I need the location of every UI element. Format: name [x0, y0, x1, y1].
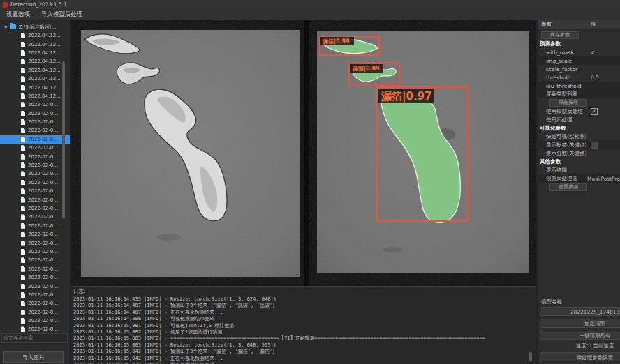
param-row[interactable]: 显示分数(关键点)	[538, 149, 620, 158]
tree-item[interactable]: 2022-02-0...	[0, 118, 70, 126]
param-row[interactable]: 屏蔽类型列表	[538, 90, 620, 98]
tree-item[interactable]: 2022-02-0...	[0, 161, 70, 169]
tree-item[interactable]: 2022-02-0...	[0, 291, 70, 299]
param-label: 使用模型后处理	[538, 108, 591, 115]
tree-item-label: 2022-02-0...	[28, 111, 58, 116]
log-line: 2023-01-11 16:16:15,002 |INFO| - 使用了1张图片…	[73, 329, 536, 335]
tree-item-label: 2022-02-0...	[28, 180, 58, 185]
tree-item[interactable]: 2022-02-0...	[0, 273, 70, 282]
tree-item[interactable]: 2022-02-0...	[0, 187, 70, 195]
source-image	[71, 20, 304, 286]
tree-item[interactable]: 2022-02-0...	[0, 265, 70, 273]
menu-bar: 设置选项导入模型后处理	[0, 9, 620, 20]
param-row[interactable]: scale_factor	[538, 65, 620, 73]
tree-scrollbar[interactable]	[62, 61, 65, 218]
tree-item[interactable]: 2022-02-0...	[0, 213, 70, 221]
tree-item[interactable]: 2022.04.12...	[0, 75, 70, 83]
tree-item[interactable]: 2022-02-0...	[0, 126, 70, 135]
file-icon	[21, 188, 25, 194]
tree-item[interactable]: 2022-02-0...	[0, 144, 70, 152]
source-image-panel[interactable]	[71, 20, 304, 286]
tree-item-label: 2022-02-0...	[28, 241, 58, 246]
tree-item[interactable]: 2022.04.12...	[0, 57, 70, 66]
tree-item[interactable]: 2022-02-0...	[0, 135, 70, 144]
file-icon	[21, 275, 25, 280]
checkbox-unchecked-icon[interactable]: ✓	[591, 142, 598, 149]
tree-item-label: 2022.04.12...	[28, 68, 61, 73]
detection-label-text: 漏箔|0.99	[322, 38, 350, 45]
menu-item[interactable]: 设置选项	[6, 10, 30, 19]
tree-item[interactable]: 2022-02-0...	[0, 299, 70, 308]
tree-item[interactable]: 2022-02-0...	[0, 325, 70, 333]
param-label: 显示标签(关键点)	[538, 142, 591, 149]
tree-item[interactable]: 2022-02-0...	[0, 179, 70, 187]
log-title: 日志:	[73, 288, 536, 295]
param-action-button[interactable]: 屏蔽按钮	[549, 99, 587, 107]
tree-item[interactable]: 2022.04.12...	[0, 31, 70, 40]
param-table-header: 参数 值	[538, 20, 620, 30]
tree-item[interactable]: 2022-02-0...	[0, 109, 70, 118]
prediction-image-panel[interactable]: 漏箔|0.99漏箔|0.89漏箔|0.97	[309, 20, 539, 286]
tree-item[interactable]: 2022-02-0...	[0, 282, 70, 290]
param-action-button[interactable]: 重新预测	[549, 183, 587, 191]
import-images-button[interactable]: 导入图片	[3, 351, 64, 363]
tree-item[interactable]: 2022.04.12...	[0, 49, 70, 57]
log-line: 2023-01-11 16:16:14,487 |INFO| - 预测出了3个结…	[73, 303, 536, 309]
menu-item[interactable]: 导入模型后处理	[41, 10, 83, 19]
checkbox-checked-icon[interactable]: ✓	[591, 108, 598, 115]
tree-item[interactable]: 2022-02-0...	[0, 195, 70, 204]
file-icon	[21, 162, 25, 168]
file-tree[interactable]: ▼ Z:/5-标注数据/... 2022.04.12...2022.04.12.…	[0, 22, 70, 338]
param-row[interactable]: 显示终端	[538, 166, 620, 174]
predict-all-button[interactable]: 一键预测所有	[540, 331, 620, 340]
param-row[interactable]: iou_threshold	[538, 82, 620, 90]
tree-item[interactable]: 2022-02-0...	[0, 248, 70, 256]
tree-item[interactable]: 2022-02-0...	[0, 317, 70, 325]
chevron-down-icon[interactable]: ▼	[4, 24, 8, 29]
param-row[interactable]: 显示标签(关键点)✓	[538, 141, 620, 149]
param-row[interactable]: 快速可视化(检测)	[538, 132, 620, 141]
tree-item[interactable]: 2022-02-0...	[0, 152, 70, 160]
param-value: ✓	[591, 142, 620, 149]
tree-item[interactable]: 2022-02-0...	[0, 169, 70, 178]
tree-item[interactable]: 2022.04.12...	[0, 66, 70, 75]
search-input[interactable]	[1, 333, 68, 343]
file-icon	[21, 102, 25, 107]
tree-item[interactable]: 2022-02-0...	[0, 204, 70, 213]
param-row[interactable]: 使用后处理	[538, 116, 620, 124]
log-line: 2023-01-11 16:16:15,003 |INFO| - =======…	[73, 335, 536, 342]
tree-item[interactable]: 2022-02-0...	[0, 308, 70, 317]
check-icon: ✓	[591, 50, 596, 56]
tree-item-label: 2022-02-0...	[28, 206, 58, 211]
param-label: 模型后处理器	[538, 175, 587, 182]
param-label: threshold	[538, 75, 591, 81]
file-icon	[21, 326, 25, 332]
tree-item[interactable]: 2022.04.12...	[0, 92, 70, 100]
tree-item[interactable]: 2022-02-0...	[0, 222, 70, 230]
tree-root-node[interactable]: ▼ Z:/5-标注数据/...	[0, 22, 70, 31]
postprocess-params-button[interactable]: 后处理参数设置	[540, 352, 620, 361]
tree-item[interactable]: 2022-02-0...	[0, 100, 70, 109]
detection-label-text: 漏箔|0.97	[381, 90, 432, 103]
param-row[interactable]: 使用模型后处理✓	[538, 107, 620, 116]
tree-item-label: 2022-02-0...	[28, 223, 58, 229]
log-scrollbar[interactable]	[529, 352, 532, 361]
log-line: 2023-01-11 16:16:15,042 |INFO| - 预测出了3个结…	[73, 349, 536, 355]
param-row[interactable]: img_scale	[538, 56, 620, 65]
param-row[interactable]: with_mask✓	[538, 48, 620, 56]
tree-item[interactable]: 2022.04.12...	[0, 40, 70, 48]
param-row[interactable]: 模型后处理器MaskPostPro	[538, 174, 620, 183]
tree-item[interactable]: 2022-02-0...	[0, 230, 70, 238]
tree-item[interactable]: 2022-02-0...	[0, 238, 70, 247]
tree-item-label: 2022-02-0...	[28, 119, 58, 125]
load-model-button[interactable]: 加载模型	[540, 319, 620, 328]
tree-item-label: 2022.04.12...	[28, 42, 61, 47]
log-line: 2023-01-11 16:16:14,487 |INFO| - 正在可视化预测…	[73, 310, 536, 316]
model-name-field[interactable]: 20221225_174813	[540, 307, 620, 316]
log-panel[interactable]: 日志: 2023-01-11 16:16:14,435 |INFO| - Res…	[71, 286, 536, 364]
file-icon	[21, 301, 25, 306]
save-params-button[interactable]: 保存参数	[541, 31, 579, 39]
tree-item[interactable]: 2022.04.12...	[0, 83, 70, 91]
tree-item[interactable]: 2022-02-0...	[0, 256, 70, 264]
param-row[interactable]: threshold0.5	[538, 73, 620, 82]
